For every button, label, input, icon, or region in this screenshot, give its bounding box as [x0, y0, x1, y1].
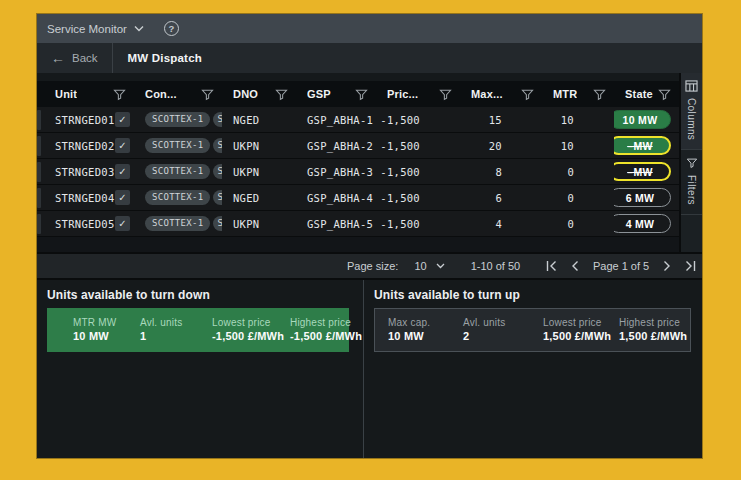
filter-icon	[686, 157, 698, 169]
rail-tab-label: Columns	[686, 98, 697, 140]
table-row[interactable]: STRNGED01✓SCOTTEX-1SCNGEDGSP_ABHA-1-1,50…	[37, 107, 679, 133]
row-checkbox[interactable]: ✓	[115, 112, 130, 127]
row-drag-handle[interactable]	[37, 110, 41, 130]
state-pill[interactable]: –MW	[614, 162, 671, 181]
first-page-button[interactable]	[540, 260, 563, 272]
column-header-con: Con...	[134, 81, 222, 107]
gsp-cell: GSP_ABHA-3	[296, 159, 376, 184]
table-body: STRNGED01✓SCOTTEX-1SCNGEDGSP_ABHA-1-1,50…	[37, 107, 679, 237]
stat-label: Highest price	[290, 317, 362, 328]
help-icon[interactable]: ?	[164, 21, 179, 36]
back-label: Back	[72, 52, 98, 64]
last-page-button[interactable]	[679, 260, 702, 272]
unit-cell: STRNGED04✓	[44, 185, 134, 210]
unit-name: STRNGED01	[55, 114, 115, 126]
stat-value: 1	[140, 330, 212, 342]
summary-stat: Lowest price-1,500 £/MWh	[212, 317, 290, 342]
next-page-button[interactable]	[655, 260, 678, 272]
stat-label: Lowest price	[543, 317, 619, 328]
table-row[interactable]: STRNGED03✓SCOTTEX-1SCUKPNGSP_ABHA-3-1,50…	[37, 159, 679, 185]
filter-icon[interactable]	[113, 88, 126, 101]
contract-badge-truncated: SC	[213, 216, 222, 231]
mtr-cell: 10	[542, 133, 614, 158]
state-pill[interactable]: –MW	[614, 136, 671, 155]
row-drag-handle[interactable]	[37, 188, 41, 208]
turn-down-title: Units available to turn down	[37, 280, 363, 302]
filter-icon[interactable]	[593, 88, 606, 101]
column-header-pric: Pric...	[376, 81, 460, 107]
stat-label: Highest price	[619, 317, 687, 328]
page-size-label: Page size:	[347, 260, 398, 272]
column-header-state: State	[614, 81, 679, 107]
state-cell: –MW	[614, 133, 679, 158]
price-cell: -1,500	[376, 107, 460, 132]
main-content: UnitCon...DNOGSPPric...Max...MTRState ST…	[37, 73, 702, 252]
chevron-down-icon	[134, 25, 144, 32]
mtr-cell: 0	[542, 185, 614, 210]
contract-badge: SCOTTEX-1	[145, 138, 210, 153]
contracts-cell: SCOTTEX-1SC	[134, 185, 222, 210]
column-header-max: Max...	[460, 81, 542, 107]
contract-badge: SCOTTEX-1	[145, 216, 210, 231]
contracts-cell: SCOTTEX-1SC	[134, 133, 222, 158]
summary-stat: Avl. units2	[463, 317, 543, 342]
state-pill[interactable]: 10 MW	[614, 110, 671, 129]
table-row[interactable]: STRNGED02✓SCOTTEX-1SCUKPNGSP_ABHA-2-1,50…	[37, 133, 679, 159]
contracts-cell: SCOTTEX-1SC	[134, 107, 222, 132]
row-checkbox[interactable]: ✓	[115, 216, 130, 231]
state-cell: 6 MW	[614, 185, 679, 210]
state-pill[interactable]: 4 MW	[614, 214, 671, 233]
stat-label: Avl. units	[140, 317, 212, 328]
price-cell: -1,500	[376, 185, 460, 210]
side-rail: ColumnsFilters	[679, 73, 702, 252]
row-checkbox[interactable]: ✓	[115, 138, 130, 153]
row-drag-handle[interactable]	[37, 214, 41, 234]
contract-badge-truncated: SC	[213, 164, 222, 179]
filter-icon[interactable]	[355, 88, 368, 101]
stat-value: -1,500 £/MWh	[212, 330, 290, 342]
row-checkbox[interactable]: ✓	[115, 164, 130, 179]
filter-icon[interactable]	[201, 88, 214, 101]
page-size-select[interactable]: 10	[414, 260, 444, 272]
dispatch-table: UnitCon...DNOGSPPric...Max...MTRState ST…	[37, 73, 679, 252]
max-cell: 8	[460, 159, 542, 184]
gsp-cell: GSP_ABHA-5	[296, 211, 376, 236]
rail-tab-label: Filters	[686, 175, 697, 205]
rail-tab-columns[interactable]: Columns	[681, 73, 702, 150]
state-pill[interactable]: 6 MW	[614, 188, 671, 207]
filter-icon[interactable]	[275, 88, 288, 101]
contract-badge: SCOTTEX-1	[145, 112, 210, 127]
prev-page-button[interactable]	[564, 260, 587, 272]
state-cell: 4 MW	[614, 211, 679, 236]
rail-tab-filters[interactable]: Filters	[681, 150, 702, 215]
table-row[interactable]: STRNGED04✓SCOTTEX-1SCNGEDGSP_ABHA-4-1,50…	[37, 185, 679, 211]
stat-value: 10 MW	[73, 330, 140, 342]
back-button[interactable]: ← Back	[37, 43, 112, 73]
stat-label: MTR MW	[73, 317, 140, 328]
filter-icon[interactable]	[521, 88, 534, 101]
max-cell: 6	[460, 185, 542, 210]
column-header-unit: Unit	[44, 81, 134, 107]
row-range-label: 1-10 of 50	[471, 260, 521, 272]
filter-icon[interactable]	[658, 88, 671, 101]
stat-value: -1,500 £/MWh	[290, 330, 362, 342]
stat-label: Max cap.	[388, 317, 463, 328]
mtr-cell: 0	[542, 159, 614, 184]
mtr-cell: 0	[542, 211, 614, 236]
table-row[interactable]: STRNGED05✓SCOTTEX-1SCUKPNGSP_ABHA-5-1,50…	[37, 211, 679, 237]
summary-section: Units available to turn down MTR MW10 MW…	[37, 280, 702, 459]
filter-icon[interactable]	[439, 88, 452, 101]
row-checkbox[interactable]: ✓	[115, 190, 130, 205]
stat-value: 1,500 £/MWh	[619, 330, 687, 342]
gsp-cell: GSP_ABHA-1	[296, 107, 376, 132]
max-cell: 4	[460, 211, 542, 236]
dno-cell: UKPN	[222, 133, 296, 158]
app-switcher[interactable]: Service Monitor	[47, 23, 144, 35]
dno-cell: UKPN	[222, 159, 296, 184]
unit-cell: STRNGED05✓	[44, 211, 134, 236]
app-name: Service Monitor	[47, 23, 127, 35]
row-drag-handle[interactable]	[37, 162, 41, 182]
row-drag-handle[interactable]	[37, 136, 41, 156]
unit-name: STRNGED04	[55, 192, 115, 204]
mtr-cell: 10	[542, 107, 614, 132]
